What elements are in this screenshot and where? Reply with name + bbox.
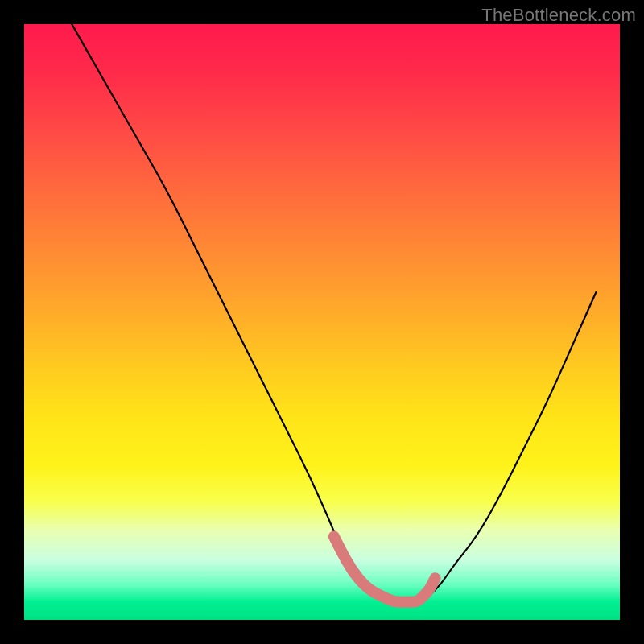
optimal-range-marker	[334, 536, 436, 601]
bottleneck-curve-line	[72, 24, 596, 602]
chart-overlay	[24, 24, 620, 620]
watermark-text: TheBottleneck.com	[481, 5, 636, 26]
plot-area	[24, 24, 620, 620]
chart-frame: TheBottleneck.com	[0, 0, 644, 644]
